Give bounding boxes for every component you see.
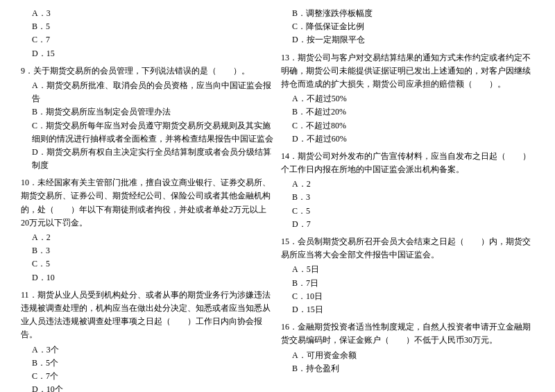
question-16-text: 16．金融期货投资者适当性制度规定，自然人投资者申请开立金融期货交易编码时，保证…: [281, 321, 534, 347]
q10-option-d: D．10: [21, 271, 274, 284]
left-column: A．3 B．5 C．7 D．15 9．关于期货交易所的会员管理，下列说法错误的是…: [21, 7, 274, 392]
question-block-9: 9．关于期货交易所的会员管理，下列说法错误的是（ ）。 A．期货交易所批准、取消…: [21, 65, 274, 173]
q11-option-a: A．3个: [21, 343, 274, 357]
q12-option-d: D．按一定期限平仓: [281, 33, 534, 46]
q9-option-b: B．期货交易所应当制定会员管理办法: [21, 105, 274, 119]
question-11-text: 11．期货从业人员受到机构处分、或者从事的期货业务行为涉嫌违法违规被调查处理的，…: [21, 289, 274, 342]
question-block-14: 14．期货公司对外发布的广告宣传材料，应当自发布之日起（ ）个工作日内报在所地的…: [281, 150, 534, 231]
option-a3: A．3: [21, 7, 274, 20]
two-column-layout: A．3 B．5 C．7 D．15 9．关于期货交易所的会员管理，下列说法错误的是…: [21, 7, 534, 392]
question-15-text: 15．会员制期货交易所召开会员大会结束之日起（ ）内，期货交易所应当将大会全部文…: [281, 235, 534, 262]
q14-option-c: C．5: [281, 205, 534, 218]
q12-option-b: B．调整涨跌停板幅度: [281, 7, 534, 20]
option-c7: C．7: [21, 33, 274, 46]
q9-option-d: D．期货交易所有权自主决定实行全员结算制度或者会员分级结算制度: [21, 146, 274, 172]
option-b5: B．5: [21, 20, 274, 33]
q12-option-c: C．降低保证金比例: [281, 20, 534, 33]
q11-option-b: B．5个: [21, 357, 274, 370]
question-block-16: 16．金融期货投资者适当性制度规定，自然人投资者申请开立金融期货交易编码时，保证…: [281, 321, 534, 375]
question-block-11: 11．期货从业人员受到机构处分、或者从事的期货业务行为涉嫌违法违规被调查处理的，…: [21, 289, 274, 392]
q13-option-c: C．不超过80%: [281, 119, 534, 133]
q15-option-a: A．5日: [281, 263, 534, 276]
q10-option-a: A．2: [21, 231, 274, 244]
q13-option-d: D．不超过60%: [281, 133, 534, 146]
question-block-prev-options: A．3 B．5 C．7 D．15: [21, 7, 274, 60]
q15-option-d: D．15日: [281, 303, 534, 316]
q14-option-d: D．7: [281, 218, 534, 231]
option-d15: D．15: [21, 47, 274, 60]
page-content: A．3 B．5 C．7 D．15 9．关于期货交易所的会员管理，下列说法错误的是…: [21, 7, 534, 392]
q11-option-d: D．10个: [21, 383, 274, 392]
q13-option-a: A．不超过50%: [281, 92, 534, 105]
question-9-text: 9．关于期货交易所的会员管理，下列说法错误的是（ ）。: [21, 65, 274, 78]
q14-option-a: A．2: [281, 178, 534, 191]
q9-option-a: A．期货交易所批准、取消会员的会员资格，应当向中国证监会报告: [21, 79, 274, 105]
question-block-13: 13．期货公司与客户对交易结算结果的通知方式未作约定或者约定不明确，期货公司未能…: [281, 51, 534, 146]
question-block-q12-cont: B．调整涨跌停板幅度 C．降低保证金比例 D．按一定期限平仓: [281, 7, 534, 47]
q10-option-c: C．5: [21, 257, 274, 271]
q15-option-c: C．10日: [281, 290, 534, 303]
q16-option-a: A．可用资金余额: [281, 349, 534, 362]
q15-option-b: B．7日: [281, 277, 534, 290]
q9-option-c: C．期货交易所每年应当对会员遵守期货交易所交易规则及其实施细则的情况进行抽样或者…: [21, 119, 274, 146]
q13-option-b: B．不超过20%: [281, 105, 534, 119]
question-13-text: 13．期货公司与客户对交易结算结果的通知方式未作约定或者约定不明确，期货公司未能…: [281, 51, 534, 92]
right-column: B．调整涨跌停板幅度 C．降低保证金比例 D．按一定期限平仓 13．期货公司与客…: [281, 7, 534, 392]
q11-option-c: C．7个: [21, 370, 274, 383]
question-10-text: 10．未经国家有关主管部门批准，擅自设立商业银行、证券交易所、期货交易所、证券公…: [21, 176, 274, 230]
q16-option-b: B．持仓盈利: [281, 362, 534, 375]
q10-option-b: B．3: [21, 244, 274, 257]
q14-option-b: B．3: [281, 191, 534, 204]
question-14-text: 14．期货公司对外发布的广告宣传材料，应当自发布之日起（ ）个工作日内报在所地的…: [281, 150, 534, 176]
question-block-15: 15．会员制期货交易所召开会员大会结束之日起（ ）内，期货交易所应当将大会全部文…: [281, 235, 534, 316]
question-block-10: 10．未经国家有关主管部门批准，擅自设立商业银行、证券交易所、期货交易所、证券公…: [21, 176, 274, 284]
